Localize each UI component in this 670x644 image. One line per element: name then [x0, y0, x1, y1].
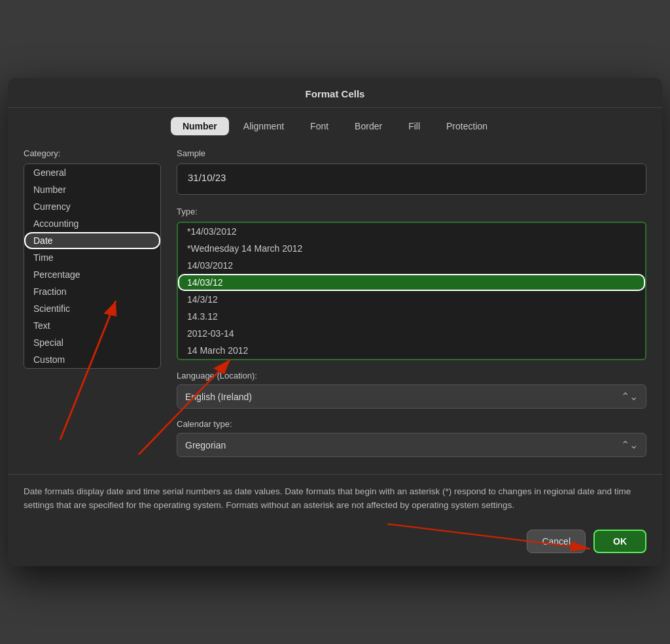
category-general[interactable]: General — [24, 164, 160, 181]
content-area: Category: General Number Currency Accoun… — [8, 135, 662, 474]
cancel-button[interactable]: Cancel — [527, 530, 586, 553]
category-scientific[interactable]: Scientific — [24, 300, 160, 317]
category-accounting[interactable]: Accounting — [24, 215, 160, 232]
tab-fill[interactable]: Fill — [397, 117, 432, 135]
category-currency[interactable]: Currency — [24, 198, 160, 215]
tab-border[interactable]: Border — [343, 117, 394, 135]
sample-label: Sample — [177, 148, 646, 158]
sidebar: Category: General Number Currency Accoun… — [24, 148, 161, 467]
tab-font[interactable]: Font — [298, 117, 340, 135]
type-item-2[interactable]: 14/03/2012 — [178, 257, 645, 274]
type-list-scroll[interactable]: *14/03/2012 *Wednesday 14 March 2012 14/… — [178, 223, 645, 359]
calendar-value: Gregorian — [185, 440, 226, 450]
format-cells-dialog: Format Cells Number Alignment Font Borde… — [8, 78, 662, 566]
type-label: Type: — [177, 207, 646, 216]
category-text[interactable]: Text — [24, 317, 160, 334]
tab-number[interactable]: Number — [171, 117, 229, 135]
ok-button[interactable]: OK — [593, 530, 646, 553]
sample-box: 31/10/23 — [177, 163, 646, 195]
main-panel: Sample 31/10/23 Type: *14/03/2012 *Wedne… — [177, 148, 646, 467]
type-item-1[interactable]: *Wednesday 14 March 2012 — [178, 240, 645, 257]
category-custom[interactable]: Custom — [24, 351, 160, 368]
calendar-chevron-icon: ⌃⌄ — [621, 439, 638, 451]
dialog-title: Format Cells — [8, 78, 662, 108]
footer: Cancel OK — [8, 530, 662, 553]
category-time[interactable]: Time — [24, 249, 160, 266]
calendar-label: Calendar type: — [177, 419, 646, 429]
category-fraction[interactable]: Fraction — [24, 283, 160, 300]
type-list: *14/03/2012 *Wednesday 14 March 2012 14/… — [177, 222, 646, 360]
type-item-3[interactable]: 14/03/12 — [178, 274, 645, 291]
language-select[interactable]: English (Ireland) ⌃⌄ — [177, 384, 646, 409]
type-item-7[interactable]: 14 March 2012 — [178, 342, 645, 359]
type-item-0[interactable]: *14/03/2012 — [178, 223, 645, 240]
type-item-6[interactable]: 2012-03-14 — [178, 325, 645, 342]
tab-alignment[interactable]: Alignment — [232, 117, 296, 135]
category-date[interactable]: Date — [24, 232, 160, 249]
language-label: Language (Location): — [177, 371, 646, 381]
language-value: English (Ireland) — [185, 392, 252, 402]
type-item-4[interactable]: 14/3/12 — [178, 291, 645, 308]
calendar-select[interactable]: Gregorian ⌃⌄ — [177, 433, 646, 457]
description-text: Date formats display date and time seria… — [8, 474, 662, 523]
category-special[interactable]: Special — [24, 334, 160, 351]
category-number[interactable]: Number — [24, 181, 160, 198]
tab-protection[interactable]: Protection — [434, 117, 499, 135]
type-item-5[interactable]: 14.3.12 — [178, 308, 645, 325]
category-label: Category: — [24, 148, 161, 158]
category-percentage[interactable]: Percentage — [24, 266, 160, 283]
language-chevron-icon: ⌃⌄ — [621, 390, 638, 403]
category-list: General Number Currency Accounting Date … — [24, 163, 161, 369]
tab-bar: Number Alignment Font Border Fill Protec… — [8, 108, 662, 135]
